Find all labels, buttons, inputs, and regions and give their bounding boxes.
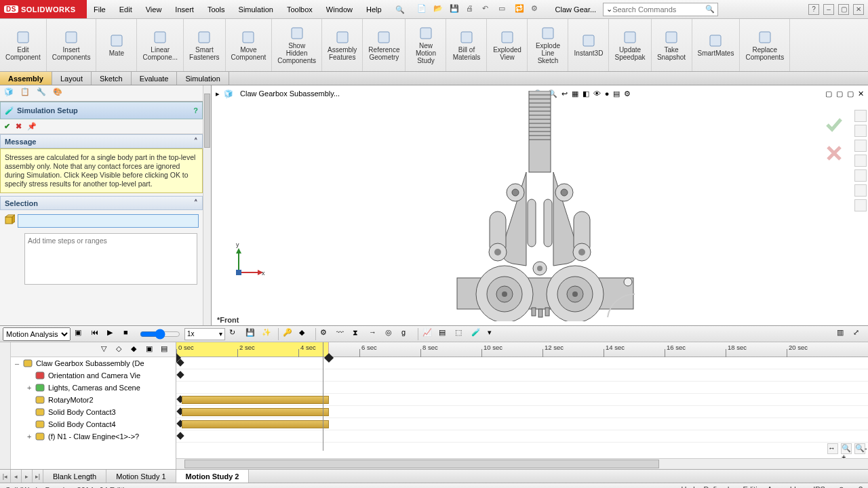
file-explorer-tab-icon[interactable]: [854, 140, 867, 152]
keyframe[interactable]: [176, 432, 184, 439]
tab-nav-last[interactable]: ▸|: [33, 470, 43, 483]
play-start-icon[interactable]: ⏮: [91, 328, 103, 340]
calculate-icon[interactable]: ▣: [75, 328, 87, 340]
timeline-ruler[interactable]: 0 sec2 sec4 sec6 sec8 sec10 sec12 sec14 …: [176, 342, 868, 357]
resources-tab-icon[interactable]: [854, 110, 867, 122]
zoom-in-timeline-icon[interactable]: 🔍+: [841, 443, 852, 454]
menu-insert[interactable]: Insert: [168, 0, 201, 19]
tab-evaluate[interactable]: Evaluate: [132, 72, 178, 85]
event-icon[interactable]: ▤: [439, 328, 451, 340]
close-icon[interactable]: ✕: [853, 4, 864, 15]
loop-icon[interactable]: ↻: [229, 328, 241, 340]
ribbon-new-motion-study[interactable]: NewMotionStudy: [406, 19, 446, 71]
gravity-icon[interactable]: g: [401, 328, 414, 340]
body-select-icon[interactable]: [4, 214, 15, 225]
timeline-hscroll-thumb[interactable]: [184, 460, 659, 468]
motor-icon[interactable]: ⚙: [320, 328, 332, 340]
breadcrumb[interactable]: Claw Gearbox Subassembly...: [240, 89, 340, 98]
zoom-out-timeline-icon[interactable]: 🔍-: [854, 443, 865, 454]
mass-props-icon[interactable]: ⬚: [455, 328, 467, 340]
config-manager-icon[interactable]: 🔧: [37, 87, 49, 100]
play-icon[interactable]: ▶: [107, 328, 119, 340]
custom-props-tab-icon[interactable]: [854, 184, 867, 197]
motion-tree-item[interactable]: +(f) N1 - Claw Engine<1>->?: [11, 430, 176, 443]
timeline-row[interactable]: [176, 418, 868, 430]
contact-icon[interactable]: ◎: [385, 328, 397, 340]
ribbon-insert-components[interactable]: InsertComponents: [47, 19, 97, 71]
timeline-hscroll[interactable]: [176, 458, 868, 469]
rebuild-icon[interactable]: 🔁: [515, 4, 526, 15]
filter-anim-icon[interactable]: ◇: [116, 344, 127, 355]
motion-tree-item[interactable]: Solid Body Contact4: [11, 418, 176, 430]
playback-slider[interactable]: [140, 329, 180, 340]
search-dropdown-icon[interactable]: ⌄: [606, 5, 612, 14]
help-icon[interactable]: ?: [808, 4, 819, 15]
ribbon-edit-component[interactable]: EditComponent: [0, 19, 47, 71]
timeline-row[interactable]: [176, 394, 868, 406]
vp-restore-icon[interactable]: ▢: [847, 89, 854, 98]
undo-icon[interactable]: ↶: [482, 4, 493, 15]
collapse-icon[interactable]: ˄: [194, 199, 198, 207]
menu-file[interactable]: File: [87, 0, 113, 19]
motion-type-select[interactable]: Motion Analysis: [3, 327, 71, 341]
display-manager-icon[interactable]: 🎨: [53, 87, 65, 100]
anim-wizard-icon[interactable]: ✨: [262, 328, 274, 340]
filter-selected-icon[interactable]: ▣: [146, 344, 157, 355]
search-icon[interactable]: 🔍: [705, 5, 715, 14]
motion-bar[interactable]: [182, 408, 329, 416]
save-anim-icon[interactable]: 💾: [245, 328, 258, 340]
menu-edit[interactable]: Edit: [113, 0, 139, 19]
ribbon-show-hidden-components[interactable]: ShowHiddenComponents: [272, 19, 322, 71]
ribbon-move-component[interactable]: MoveComponent: [226, 19, 273, 71]
bottom-tab-ms1[interactable]: Motion Study 1: [106, 470, 176, 483]
results-icon[interactable]: 📈: [422, 328, 435, 340]
ribbon-linear-compone-[interactable]: LinearCompone...: [137, 19, 184, 71]
vp-max-icon[interactable]: ▢: [836, 89, 843, 98]
open-icon[interactable]: 📂: [433, 4, 444, 15]
new-icon[interactable]: 📄: [417, 4, 428, 15]
motion-tree-item[interactable]: RotaryMotor2: [11, 394, 176, 406]
ribbon-smartmates[interactable]: SmartMates: [692, 19, 741, 71]
status-rebuild-icon[interactable]: ⟳: [839, 485, 845, 488]
status-units[interactable]: IPS: [813, 485, 825, 488]
feature-tree-icon[interactable]: 🧊: [4, 87, 16, 100]
settings-dd-icon[interactable]: ▾: [488, 328, 500, 340]
bottom-tab-blank[interactable]: Blank Length: [43, 470, 106, 483]
tab-assembly[interactable]: Assembly: [0, 72, 52, 85]
addkey-icon[interactable]: ◆: [299, 328, 311, 340]
ribbon-update-speedpak[interactable]: UpdateSpeedpak: [609, 19, 651, 71]
restore-icon[interactable]: ▢: [838, 4, 849, 15]
ok-button[interactable]: ✔: [4, 122, 10, 131]
tab-nav-first[interactable]: |◂: [0, 470, 11, 483]
forum-tab-icon[interactable]: [854, 199, 867, 211]
motion-tree-item[interactable]: Solid Body Contact3: [11, 406, 176, 418]
motion-bar[interactable]: [182, 396, 329, 404]
timeline-row[interactable]: [176, 369, 868, 382]
collapse-icon[interactable]: ˄: [194, 137, 198, 146]
menu-view[interactable]: View: [139, 0, 169, 19]
filter-results-icon[interactable]: ▤: [161, 344, 172, 355]
print-icon[interactable]: 🖨: [466, 4, 477, 15]
ribbon-assembly-features[interactable]: AssemblyFeatures: [322, 19, 363, 71]
timeline-row[interactable]: [176, 406, 868, 418]
collapse-tree-icon[interactable]: ▥: [837, 328, 849, 340]
vp-min-icon[interactable]: ▢: [825, 89, 832, 98]
keyframe[interactable]: [176, 371, 184, 378]
filter-driven-icon[interactable]: ◆: [131, 344, 142, 355]
keep-visible-icon[interactable]: 📌: [27, 122, 37, 131]
ribbon-explode-line-sketch[interactable]: ExplodeLineSketch: [528, 19, 568, 71]
menu-window[interactable]: Window: [319, 0, 359, 19]
graphics-viewport[interactable]: ▸ 🧊 Claw Gearbox Subassembly... 🔍 🔍 ↩ ▦ …: [212, 85, 868, 325]
menu-tools[interactable]: Tools: [201, 0, 232, 19]
menu-simulation[interactable]: Simulation: [232, 0, 280, 19]
tab-layout[interactable]: Layout: [52, 72, 92, 85]
force-icon[interactable]: →: [369, 328, 381, 340]
ribbon-reference-geometry[interactable]: ReferenceGeometry: [363, 19, 406, 71]
ribbon-smart-fasteners[interactable]: SmartFasteners: [184, 19, 225, 71]
tab-nav-prev[interactable]: ◂: [11, 470, 22, 483]
ribbon-bill-of-materials[interactable]: Bill ofMaterials: [446, 19, 487, 71]
motion-tree-item[interactable]: –Claw Gearbox Subassembly (De: [11, 357, 176, 369]
accept-large-icon[interactable]: [825, 115, 844, 134]
playback-speed[interactable]: 1x▾: [184, 328, 225, 340]
timeline-row[interactable]: [176, 382, 868, 394]
